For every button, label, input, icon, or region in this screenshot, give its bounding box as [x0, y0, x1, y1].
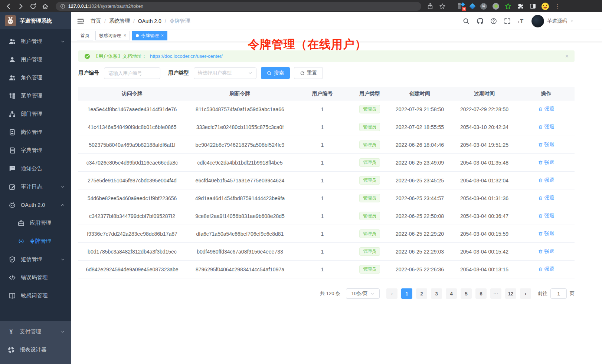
sidebar-item-sms[interactable]: 短信管理 — [0, 250, 71, 268]
column-header: 访问令牌 — [78, 90, 186, 97]
prev-page-button[interactable]: ‹ — [386, 288, 397, 299]
sidebar-item-tenant[interactable]: 租户管理 — [0, 32, 71, 50]
page-button-12[interactable]: 12 — [505, 288, 516, 299]
browser-menu-icon[interactable]: ⋮ — [554, 3, 560, 10]
extension-record-icon[interactable] — [493, 3, 499, 10]
reset-button[interactable]: 重置 — [294, 67, 323, 79]
fullscreen-icon[interactable] — [504, 18, 511, 24]
cell-access-token: 6d842e2924594de9a09e45e087323abe — [78, 267, 186, 272]
breadcrumb-item[interactable]: OAuth 2.0 — [138, 18, 161, 24]
sidebar-item-user[interactable]: 用户管理 — [0, 50, 71, 69]
more-pages-button[interactable]: ··· — [490, 288, 501, 299]
cell-expire-time: 2054-03-04 00:15:59 — [451, 231, 518, 237]
force-logout-button[interactable]: 强退 — [538, 177, 554, 183]
tab-敏感词管理[interactable]: 敏感词管理× — [95, 31, 130, 40]
browser-forward-icon[interactable] — [17, 3, 24, 10]
chevron-down-icon — [60, 185, 65, 189]
user-menu[interactable]: 芋道源码 — [531, 15, 574, 27]
sidebar-item-sensitive-word[interactable]: 敏感词管理 — [0, 287, 71, 305]
page-button-6[interactable]: 6 — [475, 288, 487, 299]
cell-created-time: 2022-07-29 21:58:50 — [389, 106, 451, 112]
search-button-label: 搜索 — [274, 70, 284, 76]
sidebar-item-notice[interactable]: 通知公告 — [0, 159, 71, 178]
page-button-4[interactable]: 4 — [446, 288, 457, 299]
font-size-icon[interactable]: тT — [518, 18, 524, 24]
browser-back-icon[interactable] — [5, 3, 12, 10]
sidebar-item-menu[interactable]: 菜单管理 — [0, 87, 71, 105]
sidebar-item-label: 令牌管理 — [30, 238, 51, 245]
page-button-2[interactable]: 2 — [416, 288, 427, 299]
page-size-select[interactable]: 10条/页 — [346, 288, 380, 299]
force-logout-button[interactable]: 强退 — [538, 123, 554, 130]
force-logout-button[interactable]: 强退 — [538, 106, 554, 112]
caret-down-icon — [570, 19, 574, 23]
trash-icon — [538, 142, 543, 147]
page-button-5[interactable]: 5 — [461, 288, 472, 299]
sidebar-item-dict[interactable]: 字典管理 — [0, 141, 71, 159]
browser-reload-icon[interactable] — [30, 3, 36, 10]
next-page-button[interactable]: › — [520, 288, 531, 299]
goto-page-input[interactable] — [550, 288, 567, 299]
sidebar-item-label: 菜单管理 — [21, 92, 42, 99]
cell-user-id: 1 — [294, 249, 351, 255]
address-bar[interactable]: 127.0.0.1:1024/system/oauth2/token — [56, 2, 421, 11]
url-path: :1024/system/oauth2/token — [88, 4, 143, 9]
sidebar-item-oauth2[interactable]: OAuth 2.0 — [0, 196, 71, 214]
sidebar-item-role[interactable]: 角色管理 — [0, 69, 71, 87]
tab-close-icon[interactable]: × — [161, 33, 164, 38]
app-logo[interactable]: 芋道管理系统 — [0, 12, 71, 29]
force-logout-button[interactable]: 强退 — [538, 212, 554, 219]
top-navbar: 首页/系统管理/OAuth 2.0/令牌管理 тT 芋道源码 — [71, 12, 602, 30]
help-icon[interactable] — [490, 18, 497, 24]
extension-grid-icon[interactable]: 9 — [458, 3, 465, 10]
user-id-input[interactable] — [104, 67, 160, 79]
side-panel-icon[interactable] — [529, 3, 536, 10]
cell-expire-time: 2054-03-10 20:42:34 — [451, 124, 518, 130]
github-icon[interactable] — [477, 18, 483, 24]
browser-home-icon[interactable] — [42, 3, 49, 10]
bookmark-star-icon[interactable] — [439, 3, 446, 10]
extensions-puzzle-icon[interactable] — [517, 3, 524, 10]
sidebar-item-error-code[interactable]: 错误码管理 — [0, 268, 71, 287]
sidebar-item-audit-log[interactable]: 审计日志 — [0, 178, 71, 196]
tab-首页[interactable]: 首页 — [77, 31, 93, 40]
cell-created-time: 2022-06-25 23:45:25 — [389, 178, 451, 183]
sidebar-collapse-icon[interactable] — [77, 17, 84, 25]
cell-access-token: c347026e805e4d99b0d116eae66eda8c — [78, 160, 186, 166]
page-button-1[interactable]: 1 — [401, 288, 412, 299]
cell-access-token: f9336e7c7dd242a283ee98dc86b17a87 — [78, 231, 186, 237]
force-logout-button[interactable]: 强退 — [538, 159, 554, 166]
doc-link[interactable]: https://doc.iocoder.cn/user-center/ — [150, 53, 223, 59]
user-type-select[interactable]: 请选择用户类型 — [194, 67, 256, 79]
sidebar-item-post[interactable]: 岗位管理 — [0, 123, 71, 141]
sidebar-item-dept[interactable]: 部门管理 — [0, 105, 71, 123]
force-logout-button[interactable]: 强退 — [538, 248, 554, 255]
force-logout-button[interactable]: 强退 — [538, 141, 554, 148]
force-logout-button[interactable]: 强退 — [538, 230, 554, 237]
extension-star-icon[interactable] — [505, 3, 511, 10]
trash-icon — [538, 107, 543, 112]
cell-refresh-token: b0df4980ffd34c67a08f9156e4eee733 — [186, 249, 294, 255]
alert-close-icon[interactable]: × — [565, 53, 569, 60]
sidebar-item-label: 报表设计器 — [20, 346, 47, 353]
force-logout-button[interactable]: 强退 — [538, 266, 554, 272]
extension-command-icon[interactable]: ⌘ — [480, 3, 487, 10]
search-icon[interactable] — [463, 18, 470, 24]
sidebar-item-oauth2-token[interactable]: 令牌管理 — [0, 232, 71, 250]
site-info-icon[interactable] — [60, 4, 65, 9]
breadcrumb-item[interactable]: 系统管理 — [109, 18, 130, 24]
page-button-3[interactable]: 3 — [431, 288, 442, 299]
search-button[interactable]: 搜索 — [261, 67, 290, 79]
breadcrumb-item[interactable]: 首页 — [91, 18, 101, 24]
extension-diamond-icon[interactable] — [470, 3, 476, 9]
share-icon[interactable] — [427, 3, 433, 10]
cell-refresh-token: 9ce8ef2aa9f14056b831ae9b608e28d5 — [186, 213, 294, 219]
sidebar-item-report-designer[interactable]: 报表设计器 — [0, 341, 71, 359]
tab-close-icon[interactable]: × — [124, 33, 126, 38]
sidebar-item-label: 敏感词管理 — [21, 292, 48, 299]
sidebar-item-oauth2-app[interactable]: 应用管理 — [0, 214, 71, 232]
sidebar-item-pay[interactable]: ¥支付管理 — [0, 322, 71, 341]
browser-profile-avatar[interactable] — [542, 3, 549, 10]
force-logout-button[interactable]: 强退 — [538, 195, 554, 201]
tab-令牌管理[interactable]: 令牌管理× — [132, 31, 167, 40]
